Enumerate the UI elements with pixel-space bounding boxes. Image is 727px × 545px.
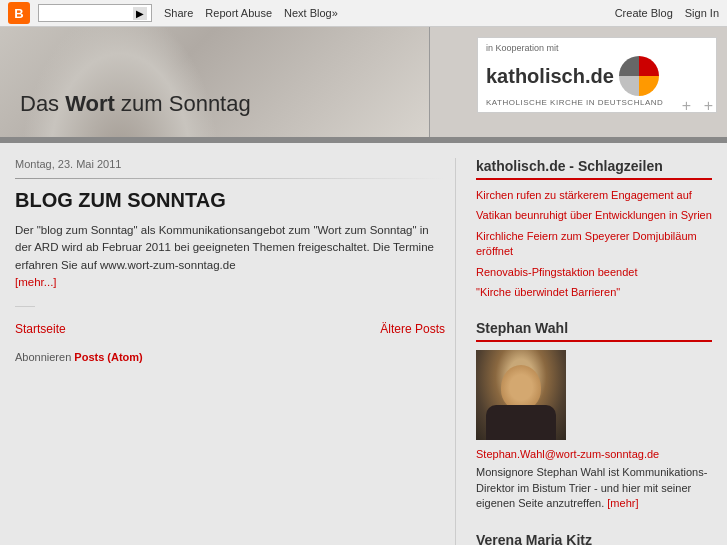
nav-links: Startseite Ältere Posts xyxy=(15,312,445,346)
partner-logo-text: katholisch.de xyxy=(486,65,614,88)
next-blog-link[interactable]: Next Blog» xyxy=(284,7,338,19)
create-blog-link[interactable]: Create Blog xyxy=(615,7,673,19)
sidebar-news-title: katholisch.de - Schlagzeilen xyxy=(476,158,712,180)
person1-photo-inner xyxy=(476,350,566,440)
blogger-logo: B xyxy=(8,2,30,24)
subscribe-label: Abonnieren xyxy=(15,351,71,363)
sidebar-news-section: katholisch.de - Schlagzeilen Kirchen ruf… xyxy=(476,158,712,300)
partner-name-black: .de xyxy=(585,65,614,87)
sidebar-person2-section: Verena Maria Kitz xyxy=(476,532,712,545)
site-title-prefix: Das xyxy=(20,91,65,116)
toolbar: B ▶ Share Report Abuse Next Blog» Create… xyxy=(0,0,727,27)
news-item-3[interactable]: Kirchliche Feiern zum Speyerer Domjubilä… xyxy=(476,229,712,260)
subscribe-line: Abonnieren Posts (Atom) xyxy=(15,351,445,363)
partner-logo-circle xyxy=(619,56,659,96)
main-area: Montag, 23. Mai 2011 BLOG ZUM SONNTAG De… xyxy=(0,143,727,545)
post-title: BLOG ZUM SONNTAG xyxy=(15,189,445,212)
header-plus-signs: + + xyxy=(682,97,717,115)
header: Das Wort zum Sonntag in Kooperation mit … xyxy=(0,27,727,137)
share-link[interactable]: Share xyxy=(164,7,193,19)
right-col: katholisch.de - Schlagzeilen Kirchen ruf… xyxy=(455,158,712,545)
news-item-2[interactable]: Vatikan beunruhigt über Entwicklungen in… xyxy=(476,208,712,223)
sign-in-link[interactable]: Sign In xyxy=(685,7,719,19)
person1-bio-text: Monsignore Stephan Wahl ist Kommunikatio… xyxy=(476,466,707,509)
sidebar-person1-section: Stephan Wahl Stephan.Wahl@wort-zum-sonnt… xyxy=(476,320,712,511)
site-title: Das Wort zum Sonntag xyxy=(20,91,251,117)
toolbar-links: Share Report Abuse Next Blog» xyxy=(164,7,338,19)
search-box: ▶ xyxy=(38,4,152,22)
home-link[interactable]: Startseite xyxy=(15,322,66,336)
news-item-5[interactable]: "Kirche überwindet Barrieren" xyxy=(476,285,712,300)
partner-logo: katholisch.de xyxy=(486,56,708,96)
post-body-text: Der "blog zum Sonntag" als Kommunikation… xyxy=(15,224,434,271)
report-abuse-link[interactable]: Report Abuse xyxy=(205,7,272,19)
person1-photo xyxy=(476,350,566,440)
post-date: Montag, 23. Mai 2011 xyxy=(15,158,445,170)
search-input[interactable] xyxy=(43,7,133,19)
news-item-4[interactable]: Renovabis-Pfingstaktion beendet xyxy=(476,265,712,280)
in-kooperation-label: in Kooperation mit xyxy=(486,43,708,53)
partner-subtitle: KATHOLISCHE KIRCHE IN DEUTSCHLAND xyxy=(486,98,708,107)
news-item-1[interactable]: Kirchen rufen zu stärkerem Engagement au… xyxy=(476,188,712,203)
person1-bio: Monsignore Stephan Wahl ist Kommunikatio… xyxy=(476,465,712,511)
post-body: Der "blog zum Sonntag" als Kommunikation… xyxy=(15,222,445,291)
search-button[interactable]: ▶ xyxy=(133,7,147,20)
toolbar-right: Create Blog Sign In xyxy=(615,7,719,19)
header-arch xyxy=(0,27,430,137)
subscribe-link[interactable]: Posts (Atom) xyxy=(74,351,142,363)
person2-name: Verena Maria Kitz xyxy=(476,532,712,545)
partner-name-red: katholisch xyxy=(486,65,585,87)
site-title-suffix: zum Sonntag xyxy=(115,91,251,116)
post-divider xyxy=(15,178,445,179)
person1-email[interactable]: Stephan.Wahl@wort-zum-sonntag.de xyxy=(476,448,712,460)
post-footer-divider xyxy=(15,306,35,307)
person1-more-link[interactable]: [mehr] xyxy=(607,497,638,509)
left-col: Montag, 23. Mai 2011 BLOG ZUM SONNTAG De… xyxy=(15,158,445,545)
person1-name: Stephan Wahl xyxy=(476,320,712,342)
read-more-link[interactable]: [mehr...] xyxy=(15,276,57,288)
older-posts-link[interactable]: Ältere Posts xyxy=(380,322,445,336)
site-title-bold: Wort xyxy=(65,91,115,116)
site-wrapper: Das Wort zum Sonntag in Kooperation mit … xyxy=(0,27,727,545)
